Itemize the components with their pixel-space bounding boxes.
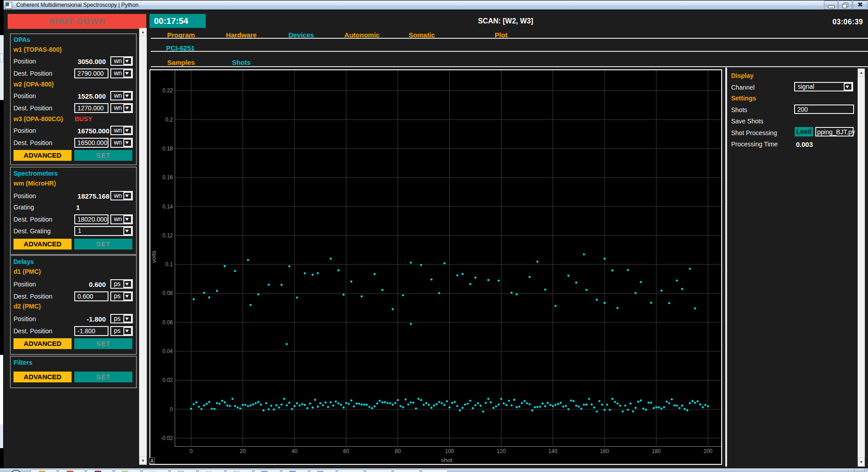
svg-text:-0.02: -0.02	[161, 435, 173, 441]
svg-text:0.1: 0.1	[165, 261, 173, 268]
svg-text:0.16: 0.16	[163, 174, 173, 181]
svg-text:0.2: 0.2	[165, 117, 173, 123]
svg-text:40: 40	[291, 448, 298, 454]
svg-text:volts: volts	[150, 250, 157, 263]
svg-text:0.04: 0.04	[163, 348, 173, 354]
svg-text:0.12: 0.12	[163, 232, 173, 239]
svg-text:0.06: 0.06	[163, 319, 173, 326]
svg-text:0: 0	[170, 406, 173, 413]
svg-text:0.18: 0.18	[163, 145, 173, 152]
svg-text:shot: shot	[441, 457, 452, 463]
svg-text:20: 20	[240, 448, 246, 454]
svg-text:120: 120	[497, 448, 506, 454]
svg-text:180: 180	[652, 448, 661, 454]
svg-text:200: 200	[703, 448, 712, 454]
svg-text:0.02: 0.02	[163, 377, 173, 383]
svg-text:80: 80	[395, 448, 401, 454]
svg-text:100: 100	[445, 448, 454, 454]
svg-text:140: 140	[548, 448, 557, 454]
svg-text:0.22: 0.22	[163, 87, 173, 94]
svg-text:0.08: 0.08	[163, 290, 173, 296]
svg-text:0: 0	[190, 448, 193, 454]
svg-text:0.14: 0.14	[163, 204, 173, 210]
svg-text:60: 60	[343, 448, 349, 454]
svg-text:160: 160	[600, 448, 609, 454]
